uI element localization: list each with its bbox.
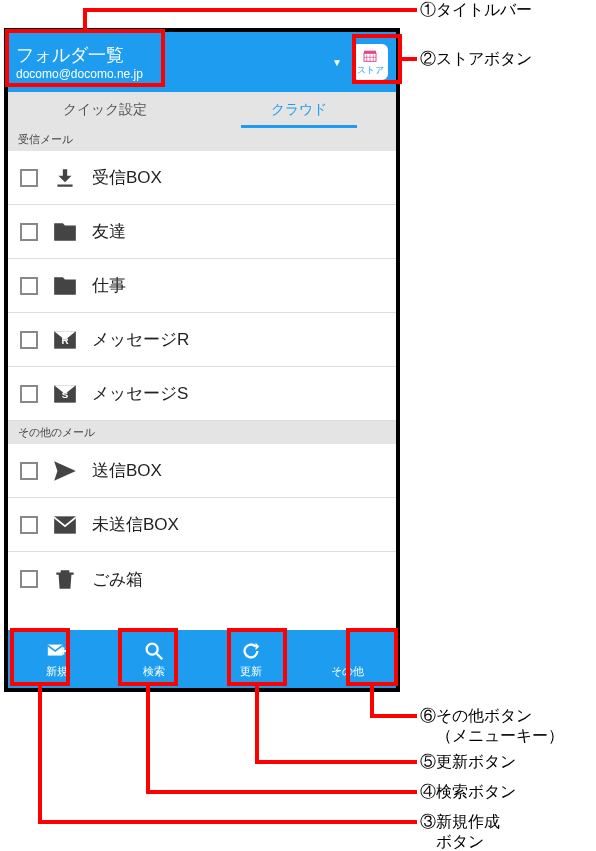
new-button[interactable]: 新規	[8, 640, 105, 679]
refresh-label: 更新	[240, 664, 262, 679]
trash-icon	[52, 566, 78, 592]
search-icon	[142, 640, 166, 662]
annotation-line	[83, 8, 417, 12]
section-header-other: その他のメール	[8, 421, 396, 444]
send-icon	[52, 458, 78, 484]
folder-friends[interactable]: 友達	[8, 205, 396, 259]
tabs: クイック設定 クラウド	[8, 92, 396, 128]
account-email: docomo@docomo.ne.jp	[16, 67, 143, 81]
folder-message-s[interactable]: S メッセージS	[8, 367, 396, 421]
annotation-line	[83, 8, 87, 30]
titlebar-right: ▼ ストア	[332, 44, 388, 80]
tab-label: クラウド	[271, 101, 327, 119]
annotation-text-5: ⑤更新ボタン	[420, 752, 516, 772]
more-icon	[336, 640, 360, 662]
annotation-line	[255, 760, 417, 764]
folder-label: 受信BOX	[92, 166, 162, 189]
store-icon	[361, 48, 379, 64]
annotation-line	[38, 820, 417, 824]
tab-cloud[interactable]: クラウド	[202, 92, 396, 128]
dropdown-icon[interactable]: ▼	[332, 57, 342, 68]
svg-text:S: S	[62, 389, 69, 400]
more-label: その他	[331, 664, 364, 679]
folder-label: メッセージR	[92, 328, 189, 351]
checkbox[interactable]	[20, 331, 38, 349]
search-label: 検索	[143, 664, 165, 679]
annotation-line	[146, 790, 417, 794]
annotation-text-6: ⑥その他ボタン （メニューキー）	[420, 706, 564, 746]
svg-point-13	[346, 649, 350, 653]
folder-label: 友達	[92, 220, 126, 243]
annotation-text-4: ④検索ボタン	[420, 782, 516, 802]
page-title: フォルダ一覧	[16, 43, 143, 67]
folder-icon	[52, 219, 78, 245]
checkbox[interactable]	[20, 385, 38, 403]
svg-point-14	[346, 655, 350, 659]
annotation-line	[146, 686, 150, 792]
section-header-incoming: 受信メール	[8, 128, 396, 151]
folder-label: 送信BOX	[92, 459, 162, 482]
folder-label: ごみ箱	[92, 568, 143, 591]
compose-icon	[45, 640, 69, 662]
folder-label: 未送信BOX	[92, 513, 179, 536]
checkbox[interactable]	[20, 516, 38, 534]
checkbox[interactable]	[20, 169, 38, 187]
svg-rect-9	[62, 647, 64, 654]
folder-message-r[interactable]: R メッセージR	[8, 313, 396, 367]
annotation-line	[38, 686, 42, 822]
annotation-line	[370, 714, 417, 718]
folder-sent[interactable]: 送信BOX	[8, 444, 396, 498]
refresh-icon	[239, 640, 263, 662]
inbox-icon	[52, 165, 78, 191]
folder-inbox[interactable]: 受信BOX	[8, 151, 396, 205]
folder-work[interactable]: 仕事	[8, 259, 396, 313]
store-label: ストア	[357, 64, 384, 77]
bottom-bar: 新規 検索 更新 その他	[8, 630, 396, 688]
titlebar: フォルダ一覧 docomo@docomo.ne.jp ▼ ストア	[8, 32, 396, 92]
message-s-icon: S	[52, 381, 78, 407]
more-button[interactable]: その他	[299, 640, 396, 679]
svg-line-11	[156, 653, 162, 659]
new-label: 新規	[46, 664, 68, 679]
folder-list[interactable]: 受信メール 受信BOX 友達 仕事 R	[8, 128, 396, 630]
store-button[interactable]: ストア	[352, 44, 388, 80]
checkbox[interactable]	[20, 462, 38, 480]
folder-icon	[52, 273, 78, 299]
checkbox[interactable]	[20, 223, 38, 241]
folder-label: 仕事	[92, 274, 126, 297]
tab-quick-settings[interactable]: クイック設定	[8, 92, 202, 128]
annotation-line	[402, 57, 417, 61]
draft-icon	[52, 512, 78, 538]
annotation-text-2: ②ストアボタン	[420, 49, 532, 69]
annotation-line	[255, 686, 259, 762]
tab-label: クイック設定	[63, 101, 147, 119]
folder-trash[interactable]: ごみ箱	[8, 552, 396, 606]
svg-text:R: R	[61, 335, 68, 346]
refresh-button[interactable]: 更新	[202, 640, 299, 679]
folder-drafts[interactable]: 未送信BOX	[8, 498, 396, 552]
checkbox[interactable]	[20, 277, 38, 295]
svg-point-12	[346, 642, 350, 646]
svg-point-10	[146, 643, 157, 654]
message-r-icon: R	[52, 327, 78, 353]
annotation-text-3: ③新規作成 ボタン	[420, 812, 500, 851]
phone-frame: フォルダ一覧 docomo@docomo.ne.jp ▼ ストア クイック設定	[4, 28, 400, 692]
titlebar-left: フォルダ一覧 docomo@docomo.ne.jp	[16, 43, 143, 81]
checkbox[interactable]	[20, 570, 38, 588]
folder-label: メッセージS	[92, 382, 188, 405]
annotation-text-1: ①タイトルバー	[420, 0, 532, 20]
search-button[interactable]: 検索	[105, 640, 202, 679]
